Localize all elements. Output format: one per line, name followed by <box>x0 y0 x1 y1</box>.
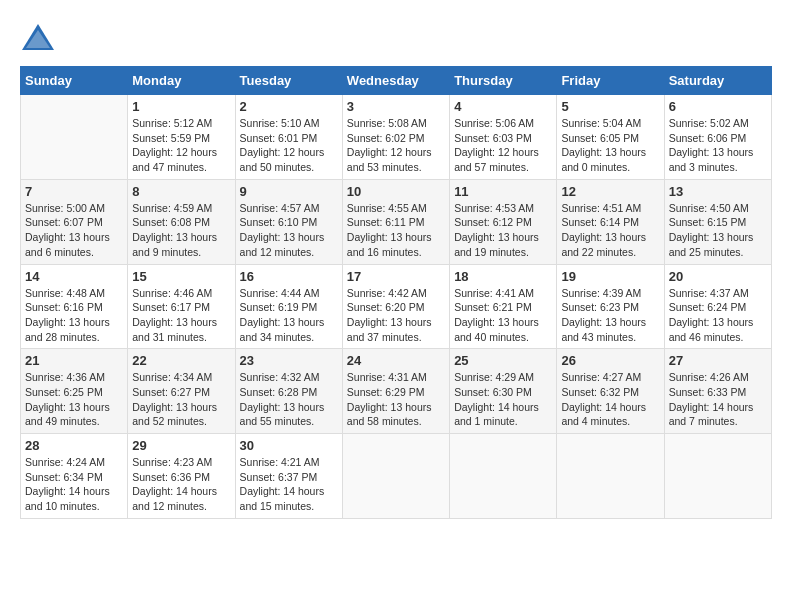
day-cell: 28Sunrise: 4:24 AM Sunset: 6:34 PM Dayli… <box>21 434 128 519</box>
day-info: Sunrise: 4:26 AM Sunset: 6:33 PM Dayligh… <box>669 370 767 429</box>
weekday-header-monday: Monday <box>128 67 235 95</box>
day-number: 21 <box>25 353 123 368</box>
day-info: Sunrise: 4:39 AM Sunset: 6:23 PM Dayligh… <box>561 286 659 345</box>
day-info: Sunrise: 5:04 AM Sunset: 6:05 PM Dayligh… <box>561 116 659 175</box>
day-number: 9 <box>240 184 338 199</box>
day-number: 3 <box>347 99 445 114</box>
calendar-table: SundayMondayTuesdayWednesdayThursdayFrid… <box>20 66 772 519</box>
weekday-header-saturday: Saturday <box>664 67 771 95</box>
day-cell: 25Sunrise: 4:29 AM Sunset: 6:30 PM Dayli… <box>450 349 557 434</box>
day-info: Sunrise: 4:48 AM Sunset: 6:16 PM Dayligh… <box>25 286 123 345</box>
day-info: Sunrise: 4:59 AM Sunset: 6:08 PM Dayligh… <box>132 201 230 260</box>
day-number: 4 <box>454 99 552 114</box>
week-row-5: 28Sunrise: 4:24 AM Sunset: 6:34 PM Dayli… <box>21 434 772 519</box>
day-info: Sunrise: 4:36 AM Sunset: 6:25 PM Dayligh… <box>25 370 123 429</box>
day-info: Sunrise: 4:34 AM Sunset: 6:27 PM Dayligh… <box>132 370 230 429</box>
day-info: Sunrise: 5:00 AM Sunset: 6:07 PM Dayligh… <box>25 201 123 260</box>
day-number: 30 <box>240 438 338 453</box>
day-number: 27 <box>669 353 767 368</box>
day-cell: 15Sunrise: 4:46 AM Sunset: 6:17 PM Dayli… <box>128 264 235 349</box>
day-info: Sunrise: 4:46 AM Sunset: 6:17 PM Dayligh… <box>132 286 230 345</box>
day-info: Sunrise: 4:55 AM Sunset: 6:11 PM Dayligh… <box>347 201 445 260</box>
day-info: Sunrise: 4:42 AM Sunset: 6:20 PM Dayligh… <box>347 286 445 345</box>
day-info: Sunrise: 4:41 AM Sunset: 6:21 PM Dayligh… <box>454 286 552 345</box>
day-cell: 14Sunrise: 4:48 AM Sunset: 6:16 PM Dayli… <box>21 264 128 349</box>
day-number: 23 <box>240 353 338 368</box>
day-info: Sunrise: 4:27 AM Sunset: 6:32 PM Dayligh… <box>561 370 659 429</box>
day-info: Sunrise: 4:51 AM Sunset: 6:14 PM Dayligh… <box>561 201 659 260</box>
day-cell: 21Sunrise: 4:36 AM Sunset: 6:25 PM Dayli… <box>21 349 128 434</box>
day-cell: 29Sunrise: 4:23 AM Sunset: 6:36 PM Dayli… <box>128 434 235 519</box>
day-info: Sunrise: 5:10 AM Sunset: 6:01 PM Dayligh… <box>240 116 338 175</box>
day-cell: 8Sunrise: 4:59 AM Sunset: 6:08 PM Daylig… <box>128 179 235 264</box>
day-number: 11 <box>454 184 552 199</box>
day-info: Sunrise: 5:08 AM Sunset: 6:02 PM Dayligh… <box>347 116 445 175</box>
day-cell: 19Sunrise: 4:39 AM Sunset: 6:23 PM Dayli… <box>557 264 664 349</box>
day-cell: 6Sunrise: 5:02 AM Sunset: 6:06 PM Daylig… <box>664 95 771 180</box>
day-number: 2 <box>240 99 338 114</box>
day-info: Sunrise: 4:24 AM Sunset: 6:34 PM Dayligh… <box>25 455 123 514</box>
day-cell: 7Sunrise: 5:00 AM Sunset: 6:07 PM Daylig… <box>21 179 128 264</box>
day-number: 13 <box>669 184 767 199</box>
day-cell: 9Sunrise: 4:57 AM Sunset: 6:10 PM Daylig… <box>235 179 342 264</box>
weekday-header-wednesday: Wednesday <box>342 67 449 95</box>
day-info: Sunrise: 4:23 AM Sunset: 6:36 PM Dayligh… <box>132 455 230 514</box>
day-cell: 30Sunrise: 4:21 AM Sunset: 6:37 PM Dayli… <box>235 434 342 519</box>
page-header <box>20 20 772 56</box>
day-info: Sunrise: 5:06 AM Sunset: 6:03 PM Dayligh… <box>454 116 552 175</box>
day-info: Sunrise: 4:29 AM Sunset: 6:30 PM Dayligh… <box>454 370 552 429</box>
day-cell <box>557 434 664 519</box>
week-row-1: 1Sunrise: 5:12 AM Sunset: 5:59 PM Daylig… <box>21 95 772 180</box>
day-number: 10 <box>347 184 445 199</box>
day-cell: 22Sunrise: 4:34 AM Sunset: 6:27 PM Dayli… <box>128 349 235 434</box>
day-number: 18 <box>454 269 552 284</box>
day-cell: 12Sunrise: 4:51 AM Sunset: 6:14 PM Dayli… <box>557 179 664 264</box>
logo <box>20 20 62 56</box>
weekday-row: SundayMondayTuesdayWednesdayThursdayFrid… <box>21 67 772 95</box>
day-cell: 18Sunrise: 4:41 AM Sunset: 6:21 PM Dayli… <box>450 264 557 349</box>
weekday-header-sunday: Sunday <box>21 67 128 95</box>
day-cell: 1Sunrise: 5:12 AM Sunset: 5:59 PM Daylig… <box>128 95 235 180</box>
week-row-4: 21Sunrise: 4:36 AM Sunset: 6:25 PM Dayli… <box>21 349 772 434</box>
day-cell <box>21 95 128 180</box>
day-cell: 20Sunrise: 4:37 AM Sunset: 6:24 PM Dayli… <box>664 264 771 349</box>
day-cell <box>664 434 771 519</box>
day-info: Sunrise: 4:31 AM Sunset: 6:29 PM Dayligh… <box>347 370 445 429</box>
day-cell: 10Sunrise: 4:55 AM Sunset: 6:11 PM Dayli… <box>342 179 449 264</box>
day-number: 17 <box>347 269 445 284</box>
week-row-2: 7Sunrise: 5:00 AM Sunset: 6:07 PM Daylig… <box>21 179 772 264</box>
week-row-3: 14Sunrise: 4:48 AM Sunset: 6:16 PM Dayli… <box>21 264 772 349</box>
weekday-header-thursday: Thursday <box>450 67 557 95</box>
day-info: Sunrise: 4:37 AM Sunset: 6:24 PM Dayligh… <box>669 286 767 345</box>
day-cell: 13Sunrise: 4:50 AM Sunset: 6:15 PM Dayli… <box>664 179 771 264</box>
day-number: 7 <box>25 184 123 199</box>
day-number: 5 <box>561 99 659 114</box>
day-number: 25 <box>454 353 552 368</box>
day-number: 16 <box>240 269 338 284</box>
weekday-header-friday: Friday <box>557 67 664 95</box>
day-info: Sunrise: 5:02 AM Sunset: 6:06 PM Dayligh… <box>669 116 767 175</box>
day-number: 24 <box>347 353 445 368</box>
day-cell: 24Sunrise: 4:31 AM Sunset: 6:29 PM Dayli… <box>342 349 449 434</box>
day-number: 29 <box>132 438 230 453</box>
day-cell: 27Sunrise: 4:26 AM Sunset: 6:33 PM Dayli… <box>664 349 771 434</box>
day-info: Sunrise: 4:44 AM Sunset: 6:19 PM Dayligh… <box>240 286 338 345</box>
day-cell <box>450 434 557 519</box>
day-cell: 26Sunrise: 4:27 AM Sunset: 6:32 PM Dayli… <box>557 349 664 434</box>
day-number: 12 <box>561 184 659 199</box>
day-info: Sunrise: 5:12 AM Sunset: 5:59 PM Dayligh… <box>132 116 230 175</box>
day-info: Sunrise: 4:50 AM Sunset: 6:15 PM Dayligh… <box>669 201 767 260</box>
day-info: Sunrise: 4:57 AM Sunset: 6:10 PM Dayligh… <box>240 201 338 260</box>
day-cell: 17Sunrise: 4:42 AM Sunset: 6:20 PM Dayli… <box>342 264 449 349</box>
logo-icon <box>20 20 56 56</box>
calendar-header: SundayMondayTuesdayWednesdayThursdayFrid… <box>21 67 772 95</box>
day-cell <box>342 434 449 519</box>
day-info: Sunrise: 4:53 AM Sunset: 6:12 PM Dayligh… <box>454 201 552 260</box>
day-cell: 4Sunrise: 5:06 AM Sunset: 6:03 PM Daylig… <box>450 95 557 180</box>
day-info: Sunrise: 4:21 AM Sunset: 6:37 PM Dayligh… <box>240 455 338 514</box>
day-cell: 23Sunrise: 4:32 AM Sunset: 6:28 PM Dayli… <box>235 349 342 434</box>
day-number: 1 <box>132 99 230 114</box>
day-number: 28 <box>25 438 123 453</box>
day-number: 19 <box>561 269 659 284</box>
day-number: 6 <box>669 99 767 114</box>
